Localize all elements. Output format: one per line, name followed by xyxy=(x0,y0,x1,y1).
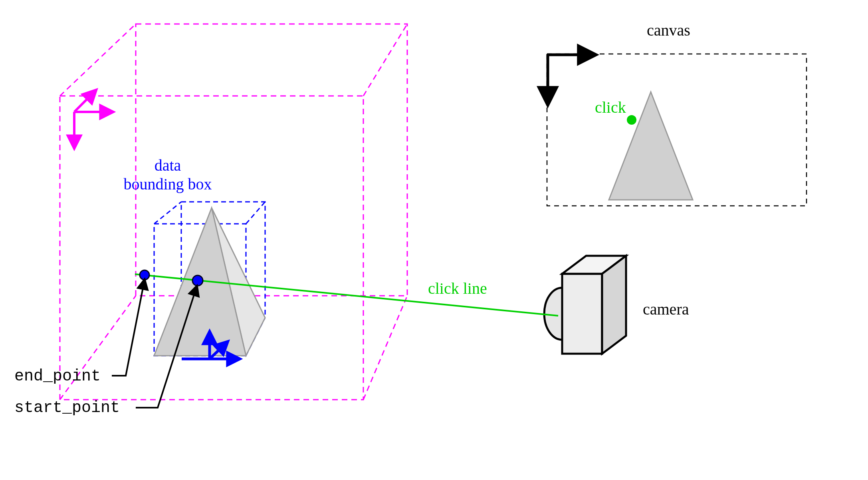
click-label: click xyxy=(595,98,626,117)
canvas-click-dot xyxy=(627,115,636,125)
svg-line-2 xyxy=(60,24,136,96)
end-point-dot xyxy=(140,270,149,280)
start-point-label: start_point xyxy=(14,399,120,417)
corner-axes xyxy=(74,90,113,148)
bounding-box-label: data bounding box xyxy=(116,156,220,193)
diagram-svg xyxy=(0,0,868,480)
end-point-label: end_point xyxy=(14,367,101,385)
camera-label: camera xyxy=(643,300,689,319)
click-line-label: click line xyxy=(428,279,487,298)
canvas-inset xyxy=(547,54,807,206)
svg-line-3 xyxy=(363,24,407,96)
svg-marker-23 xyxy=(602,256,626,354)
svg-line-12 xyxy=(246,202,265,224)
camera-icon xyxy=(544,256,626,354)
svg-line-8 xyxy=(74,90,96,112)
svg-line-5 xyxy=(363,296,407,400)
svg-line-11 xyxy=(154,202,181,224)
svg-rect-21 xyxy=(562,274,602,354)
start-point-dot xyxy=(192,275,203,286)
canvas-label: canvas xyxy=(647,21,690,40)
